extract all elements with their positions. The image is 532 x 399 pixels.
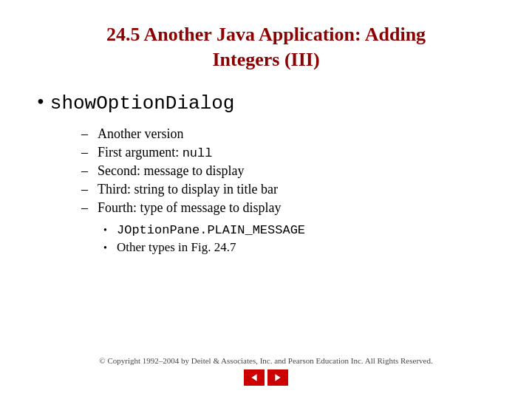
next-button[interactable]	[267, 369, 288, 386]
next-icon	[273, 373, 282, 382]
sub-sub-items-list: • JOptionPane.PLAIN_MESSAGE • Other type…	[103, 223, 495, 255]
item-text: Other types in Fig. 24.7	[117, 240, 236, 255]
main-bullet: • showOptionDialog	[37, 90, 495, 115]
sub-items-list: – Another version – First argument: null…	[81, 126, 495, 255]
title-line2: Integers (III)	[212, 49, 319, 70]
bullet-dot: •	[37, 90, 44, 114]
list-item: – Second: message to display	[81, 163, 495, 179]
prev-button[interactable]	[244, 369, 265, 386]
svg-marker-0	[251, 374, 256, 381]
item-text: Third: string to display in title bar	[98, 182, 278, 197]
item-text: Second: message to display	[98, 163, 244, 179]
item-text: First argument: null	[98, 145, 212, 160]
slide: 24.5 Another Java Application: Adding In…	[0, 0, 532, 399]
footer: © Copyright 1992–2004 by Deitel & Associ…	[0, 356, 532, 386]
list-item: – First argument: null	[81, 145, 495, 160]
bullet-icon: •	[103, 242, 111, 254]
bullet-icon: •	[103, 225, 111, 236]
item-text: Fourth: type of message to display	[98, 200, 281, 216]
list-item: – Fourth: type of message to display	[81, 200, 495, 216]
list-item: • Other types in Fig. 24.7	[103, 240, 495, 255]
main-bullet-text: showOptionDialog	[50, 92, 235, 115]
slide-title: 24.5 Another Java Application: Adding In…	[37, 22, 495, 72]
dash-icon: –	[81, 126, 92, 142]
svg-marker-1	[275, 374, 280, 381]
dash-icon: –	[81, 200, 92, 216]
list-item: – Third: string to display in title bar	[81, 182, 495, 197]
item-code: JOptionPane.PLAIN_MESSAGE	[117, 223, 305, 237]
dash-icon: –	[81, 182, 92, 197]
list-item: – Another version	[81, 126, 495, 142]
dash-icon: –	[81, 163, 92, 179]
copyright-text: © Copyright 1992–2004 by Deitel & Associ…	[99, 356, 432, 365]
item-text: Another version	[98, 126, 183, 142]
nav-buttons[interactable]	[244, 369, 288, 386]
dash-icon: –	[81, 145, 92, 160]
title-line1: 24.5 Another Java Application: Adding	[106, 24, 426, 45]
list-item: • JOptionPane.PLAIN_MESSAGE	[103, 223, 495, 237]
prev-icon	[250, 373, 259, 382]
